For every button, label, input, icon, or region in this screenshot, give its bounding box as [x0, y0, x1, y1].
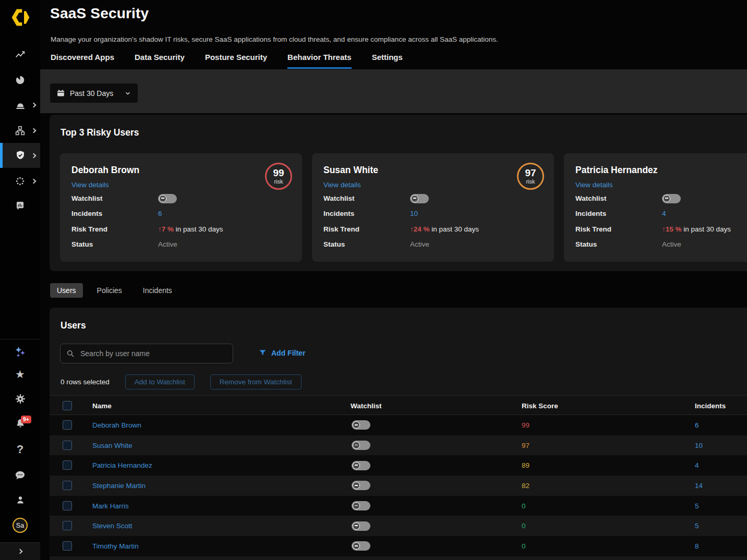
- user-name-link[interactable]: Stephanie Martin: [92, 476, 146, 496]
- view-tab-incidents[interactable]: Incidents: [136, 283, 179, 298]
- top-tab-bar: Discovered Apps Data Security Posture Se…: [51, 53, 423, 69]
- sidebar-item-saas-security-active[interactable]: [0, 143, 40, 168]
- search-input[interactable]: [79, 349, 227, 358]
- risk-score-cell: 0: [522, 496, 526, 516]
- time-range-dropdown[interactable]: Past 30 Days: [50, 83, 138, 103]
- row-checkbox[interactable]: [63, 420, 72, 430]
- account-avatar[interactable]: Sa: [13, 518, 28, 533]
- row-checkbox[interactable]: [63, 501, 72, 510]
- activity-trend-icon: [15, 49, 26, 60]
- watchlist-toggle[interactable]: [352, 521, 370, 531]
- watchlist-toggle[interactable]: [352, 481, 370, 490]
- select-all-checkbox[interactable]: [63, 401, 72, 410]
- watchlist-toggle[interactable]: [352, 441, 370, 450]
- user-name-link[interactable]: Steven Scott: [92, 516, 132, 536]
- incidents-count-link[interactable]: 6: [158, 210, 162, 217]
- chevron-right-icon: [31, 153, 37, 158]
- watchlist-toggle[interactable]: [352, 541, 370, 551]
- sidebar-item-reports[interactable]: [0, 193, 40, 218]
- user-name-link[interactable]: Mark Harris: [92, 496, 129, 516]
- table-row: Patricia Hernandez 89 4: [50, 455, 747, 476]
- tab-discovered-apps[interactable]: Discovered Apps: [51, 53, 114, 69]
- add-filter-button[interactable]: Add Filter: [258, 348, 305, 357]
- risk-score-cell: 0: [522, 536, 526, 556]
- palo-alto-networks-logo-icon[interactable]: [8, 6, 32, 29]
- row-checkbox[interactable]: [63, 541, 72, 551]
- trend-percent: 15 %: [666, 225, 682, 233]
- add-to-watchlist-button[interactable]: Add to Watchlist: [125, 374, 195, 389]
- bulk-action-bar: 0 rows selected Add to Watchlist Remove …: [61, 374, 302, 389]
- sidebar-item-help[interactable]: ?: [0, 437, 40, 462]
- users-panel-title: Users: [61, 320, 86, 331]
- incidents-link[interactable]: 5: [695, 516, 699, 536]
- risky-user-card: Patricia Hernandez View details Watchlis…: [564, 153, 747, 262]
- sidebar-item-feedback[interactable]: [0, 462, 40, 488]
- incidents-count-link[interactable]: 10: [410, 210, 418, 217]
- chevron-right-icon: [31, 128, 37, 133]
- view-details-link[interactable]: View details: [575, 181, 613, 189]
- view-tab-policies[interactable]: Policies: [90, 283, 129, 298]
- row-checkbox[interactable]: [63, 521, 72, 530]
- filter-funnel-icon: [258, 348, 267, 357]
- chevron-down-icon: [124, 90, 131, 97]
- incidents-count-link[interactable]: 4: [662, 210, 666, 217]
- trend-up-arrow-icon: ↑: [158, 225, 162, 233]
- table-row: Deborah Brown 99 6: [50, 415, 747, 435]
- watchlist-toggle[interactable]: [410, 194, 429, 203]
- sidebar-item-alerts[interactable]: [0, 92, 40, 117]
- user-name-link[interactable]: Timothy Martin: [92, 536, 139, 556]
- sidebar-item-settings[interactable]: [0, 386, 40, 411]
- watchlist-toggle[interactable]: [662, 194, 681, 203]
- tab-data-security[interactable]: Data Security: [135, 53, 185, 69]
- incidents-link[interactable]: 14: [695, 476, 703, 496]
- add-filter-label: Add Filter: [271, 349, 305, 357]
- shield-check-icon: [15, 150, 26, 161]
- watchlist-toggle[interactable]: [352, 461, 370, 470]
- view-details-link[interactable]: View details: [323, 181, 361, 189]
- chat-bubble-icon: [14, 469, 26, 481]
- tab-posture-security[interactable]: Posture Security: [205, 53, 267, 69]
- incidents-link[interactable]: 6: [695, 415, 699, 435]
- page-title: SaaS Security: [50, 5, 149, 22]
- incidents-link[interactable]: 4: [695, 455, 699, 476]
- watchlist-cell: [352, 496, 370, 516]
- status-value: Active: [662, 240, 681, 248]
- user-icon: [15, 494, 26, 506]
- sidebar-item-dashboard[interactable]: [0, 67, 40, 92]
- status-label: Status: [575, 240, 662, 248]
- sidebar-item-ai-copilot[interactable]: [0, 339, 40, 364]
- view-details-link[interactable]: View details: [71, 181, 109, 189]
- incidents-link[interactable]: 5: [695, 496, 699, 516]
- search-icon: [66, 349, 75, 358]
- user-name-link[interactable]: Patricia Hernandez: [92, 455, 152, 476]
- sidebar-item-notifications[interactable]: [0, 411, 40, 436]
- incidents-link[interactable]: 10: [695, 435, 703, 456]
- sidebar-item-user[interactable]: [0, 488, 40, 513]
- watchlist-toggle[interactable]: [352, 501, 370, 510]
- risk-score-unit: risk: [274, 179, 283, 185]
- org-chart-icon: [15, 125, 26, 136]
- tab-behavior-threats[interactable]: Behavior Threats: [287, 53, 352, 69]
- user-name-link[interactable]: Deborah Brown: [92, 415, 141, 435]
- tab-settings[interactable]: Settings: [372, 53, 403, 69]
- sidebar-item-favorites[interactable]: ★: [0, 361, 40, 386]
- watchlist-toggle[interactable]: [352, 420, 370, 430]
- watchlist-toggle[interactable]: [158, 194, 177, 203]
- remove-from-watchlist-button[interactable]: Remove from Watchlist: [210, 374, 302, 389]
- table-row: Timothy Martin 0 8: [50, 536, 747, 556]
- incidents-link[interactable]: 8: [695, 536, 699, 556]
- watchlist-cell: [352, 455, 370, 476]
- sidebar-item-activity[interactable]: [0, 42, 40, 67]
- row-checkbox[interactable]: [63, 481, 72, 490]
- incidents-label: Incidents: [575, 210, 662, 217]
- row-checkbox[interactable]: [63, 460, 72, 470]
- sidebar-item-apps[interactable]: [0, 168, 40, 193]
- view-tab-users[interactable]: Users: [50, 283, 83, 298]
- sidebar-item-network[interactable]: [0, 118, 40, 143]
- dotted-circle-icon: [15, 176, 26, 187]
- status-value: Active: [410, 240, 429, 248]
- table-row: Stephanie Martin 82 14: [50, 476, 747, 496]
- row-checkbox[interactable]: [63, 441, 72, 450]
- user-name-link[interactable]: Susan White: [92, 435, 132, 456]
- sidebar-expand-bar[interactable]: [0, 542, 40, 560]
